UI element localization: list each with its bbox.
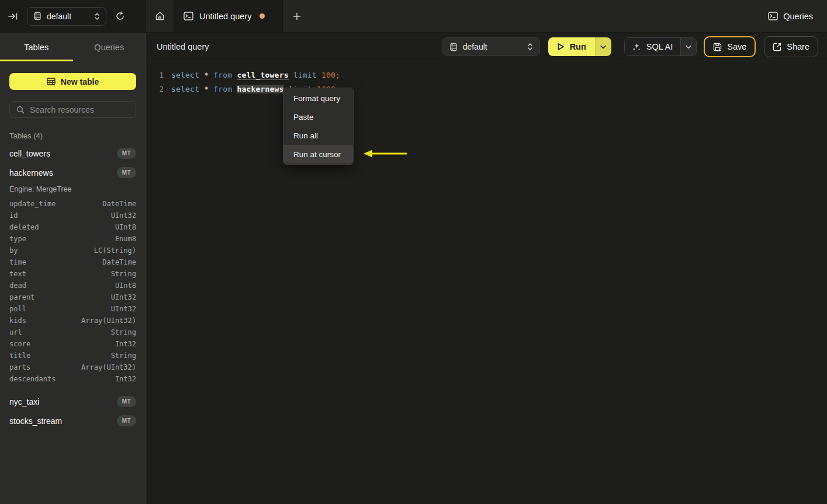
column-type: UInt8 [115, 223, 136, 231]
editor-context-menu: Format queryPasteRun allRun at cursor [283, 88, 354, 165]
sidebar-tab-queries[interactable]: Queries [73, 33, 146, 61]
column-row: timeDateTime [9, 256, 136, 268]
code-token: from [213, 71, 237, 79]
column-name: poll [9, 305, 26, 313]
top-bar-left: default [0, 0, 146, 32]
code-token: cell_towers [237, 71, 288, 80]
editor-line: 2select * from hackernews limit 1000 [154, 82, 827, 96]
database-icon [449, 43, 458, 51]
new-tab-button[interactable] [283, 0, 311, 32]
menu-item-run-all[interactable]: Run all [283, 126, 353, 145]
queries-button[interactable]: Queries [768, 12, 813, 21]
menu-item-run-at-cursor[interactable]: Run at cursor [283, 145, 353, 164]
column-row: textString [9, 268, 136, 280]
run-button[interactable]: Run [548, 37, 595, 56]
column-type: Int32 [115, 340, 136, 348]
search-icon [16, 106, 25, 114]
table-name: cell_towers [9, 149, 50, 158]
unsaved-changes-dot [259, 13, 265, 19]
sql-editor[interactable]: 1select * from cell_towers limit 100;2se… [146, 61, 827, 504]
sql-ai-button[interactable]: SQL AI [625, 38, 680, 55]
column-name: title [9, 352, 30, 360]
menu-item-format-query[interactable]: Format query [283, 89, 353, 107]
column-row: idUInt32 [9, 210, 136, 221]
run-split-button: Run [548, 37, 611, 56]
database-selector-value: default [47, 12, 71, 21]
terminal-icon [184, 12, 193, 20]
table-row[interactable]: hackernewsMT [9, 163, 136, 182]
column-type: UInt32 [111, 293, 136, 301]
column-name: kids [9, 317, 26, 325]
table-grid-icon [47, 78, 56, 85]
code-token: ; [335, 71, 340, 79]
search-input[interactable] [30, 105, 129, 114]
code-token: * [204, 71, 213, 79]
column-row: descendantsInt32 [9, 373, 136, 385]
table-name: nyc_taxi [9, 397, 39, 406]
table-engine-label: Engine: MergeTree [9, 182, 136, 196]
column-type: Array(UInt32) [81, 317, 136, 325]
column-type: Enum8 [115, 235, 136, 243]
share-button-label: Share [787, 42, 809, 51]
top-bar-right: Queries [768, 0, 827, 32]
home-button[interactable] [146, 0, 174, 32]
database-selector[interactable]: default [27, 7, 106, 26]
table-row[interactable]: nyc_taxiMT [9, 392, 136, 411]
column-type: UInt32 [111, 211, 136, 220]
share-icon [773, 43, 781, 51]
table-name: stocks_stream [9, 416, 62, 426]
tab-untitled-query[interactable]: Untitled query [174, 0, 283, 32]
column-name: update_time [9, 200, 56, 208]
engine-badge: MT [117, 148, 136, 159]
column-row: update_timeDateTime [9, 198, 136, 210]
column-name: url [9, 328, 22, 336]
sidebar-tab-tables[interactable]: Tables [0, 33, 73, 61]
table-row[interactable]: cell_towersMT [9, 144, 136, 163]
engine-badge: MT [117, 415, 136, 426]
save-button-label: Save [727, 42, 746, 51]
code-token: select [171, 85, 204, 93]
toolbar-database-selector[interactable]: default [442, 37, 540, 56]
column-row: parentUInt32 [9, 291, 136, 303]
table-name: hackernews [9, 168, 53, 178]
code-token [289, 71, 293, 79]
refresh-button[interactable] [115, 11, 125, 21]
collapse-sidebar-button[interactable] [8, 12, 18, 21]
sql-ai-options-button[interactable] [680, 38, 696, 55]
engine-badge: MT [117, 396, 136, 407]
plus-icon [293, 12, 301, 20]
table-columns: update_timeDateTimeidUInt32deletedUInt8t… [9, 198, 136, 385]
search-box[interactable] [9, 101, 136, 118]
menu-item-paste[interactable]: Paste [283, 107, 353, 126]
toolbar-controls: default Run [442, 36, 818, 57]
code-token: * [204, 85, 213, 93]
save-button[interactable]: Save [704, 36, 756, 57]
column-row: typeEnum8 [9, 233, 136, 245]
code-token: 100 [321, 71, 335, 79]
new-table-button[interactable]: New table [9, 73, 136, 90]
tables-section-label: Tables (4) [9, 131, 136, 140]
chevron-updown-icon [527, 43, 533, 51]
queries-terminal-icon [768, 12, 778, 20]
sidebar: Tables Queries New table [0, 33, 146, 504]
sql-ai-split-button: SQL AI [624, 37, 697, 56]
column-row: pollUInt32 [9, 303, 136, 315]
column-type: DateTime [102, 258, 136, 266]
toolbar-database-value: default [463, 42, 487, 51]
column-name: id [9, 211, 18, 220]
column-row: scoreInt32 [9, 338, 136, 350]
collapse-sidebar-icon [8, 12, 18, 21]
tab-label: Untitled query [199, 12, 251, 21]
share-button[interactable]: Share [764, 36, 818, 57]
column-name: dead [9, 281, 26, 290]
column-type: String [111, 328, 136, 336]
column-row: byLC(String) [9, 245, 136, 256]
column-name: text [9, 270, 26, 278]
column-type: DateTime [102, 200, 136, 208]
run-options-button[interactable] [595, 37, 611, 56]
sql-ai-button-label: SQL AI [646, 42, 673, 51]
table-row[interactable]: stocks_streamMT [9, 411, 136, 430]
home-icon [155, 11, 165, 21]
code-token: hackernews [237, 85, 283, 93]
line-number: 2 [154, 85, 164, 93]
